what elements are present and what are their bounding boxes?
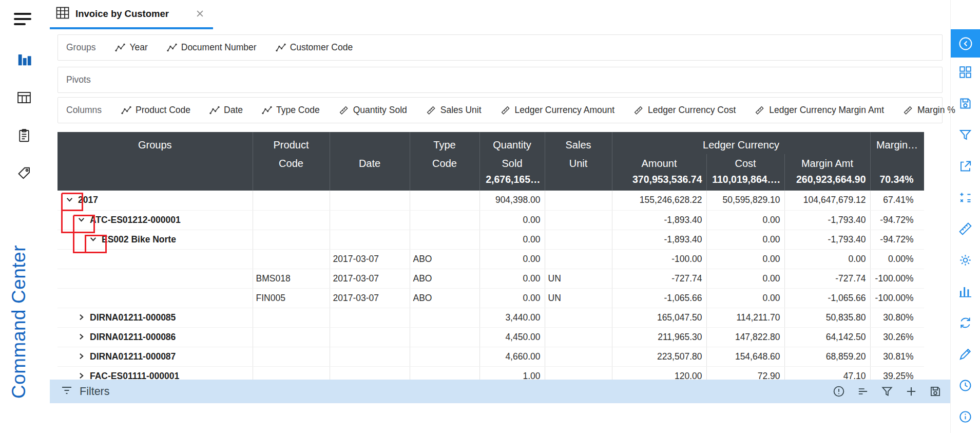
save-filters-button[interactable] [929, 385, 942, 398]
measure-button[interactable] [958, 221, 973, 236]
data-table-nav-button[interactable] [16, 90, 32, 105]
grid-row[interactable]: ATC-ES01212-0000010.00-1,893.400.00-1,79… [57, 210, 924, 230]
info-button[interactable] [958, 409, 973, 424]
total-amount: 370,953,536.74 [612, 173, 706, 191]
info-icon [958, 409, 973, 424]
tag-nav-button[interactable] [16, 166, 32, 181]
tab-invoice-by-customer[interactable]: Invoice by Customer [50, 0, 213, 29]
cell-amount: -1,893.40 [612, 230, 706, 249]
grid-row[interactable]: ES002 Bike Norte0.00-1,893.400.00-1,793.… [57, 230, 924, 249]
grid-row[interactable]: BMS0182017-03-07ABO0.00UN-727.740.00-727… [57, 269, 924, 288]
cell-date [330, 230, 410, 249]
cell-cost: 147,822.80 [706, 327, 784, 347]
field-chip[interactable]: Type Code [262, 105, 320, 116]
collapse-chevron-icon[interactable] [65, 195, 74, 204]
cell-amount: 165,047.50 [612, 308, 706, 327]
cell-product: BMS018 [253, 269, 330, 288]
col-header-cost[interactable]: Cost [706, 154, 784, 173]
group-label: DIRNA01211-000087 [90, 351, 176, 362]
field-chip[interactable]: Ledger Currency Amount [501, 105, 615, 116]
cell-cost: 0.00 [706, 288, 784, 308]
grid-row[interactable]: DIRNA01211-0000864,450.00211,965.30147,8… [57, 327, 924, 347]
filter-button[interactable] [880, 385, 894, 398]
col-header-groups[interactable]: Groups [57, 132, 253, 154]
col-header-quantity-line1[interactable]: Quantity [479, 132, 545, 154]
groups-bar[interactable]: Groups YearDocument NumberCustomer Code [57, 34, 943, 61]
list-button[interactable] [856, 385, 870, 398]
field-chip[interactable]: Margin % [903, 105, 955, 116]
report-nav-button[interactable] [16, 128, 32, 143]
history-button[interactable] [958, 378, 973, 393]
field-chip[interactable]: Date [209, 105, 243, 116]
col-header-type-line1[interactable]: Type [410, 132, 479, 154]
col-header-sales-line2[interactable]: Unit [545, 154, 612, 173]
field-chip[interactable]: Quantity Sold [339, 105, 407, 116]
field-chip-label: Ledger Currency Amount [515, 105, 615, 116]
dashboard-layout-button[interactable] [958, 65, 973, 80]
pivots-bar[interactable]: Pivots [57, 67, 943, 93]
field-chip[interactable]: Ledger Currency Margin Amt [755, 105, 884, 116]
filters-bar[interactable]: Filters [50, 380, 950, 403]
field-chip[interactable]: Document Number [167, 42, 257, 53]
close-tab-icon[interactable] [194, 8, 206, 20]
expand-chevron-icon[interactable] [77, 313, 86, 322]
field-chip[interactable]: Customer Code [276, 42, 353, 53]
cell-cost: 50,595,829.10 [706, 191, 784, 210]
expand-chevron-icon[interactable] [77, 352, 86, 361]
export-button[interactable] [958, 159, 973, 174]
add-button[interactable] [905, 385, 918, 398]
grid-row[interactable]: DIRNA01211-0000874,660.00223,507.80154,6… [57, 347, 924, 366]
cell-group [57, 269, 253, 288]
cell-margin: 50,835.80 [784, 308, 870, 327]
cell-type [410, 327, 479, 347]
cell-type [410, 366, 479, 380]
grid-row[interactable]: DIRNA01211-0000853,440.00165,047.50114,2… [57, 308, 924, 327]
col-header-quantity-line2[interactable]: Sold [479, 154, 545, 173]
field-chip[interactable]: Year [115, 42, 147, 53]
col-header-margin-amt[interactable]: Margin Amt [784, 154, 870, 173]
grid-row[interactable]: 2017904,398.00155,246,628.2250,595,829.1… [57, 191, 924, 210]
col-header-product-line2[interactable]: Code [253, 154, 330, 173]
cell-unit: UN [545, 269, 612, 288]
col-header-date[interactable]: Date [330, 154, 410, 173]
bar-chart-nav-button[interactable] [16, 52, 32, 67]
filter-panel-button[interactable] [958, 127, 973, 142]
collapse-chevron-icon[interactable] [89, 235, 98, 243]
chart-button[interactable] [958, 284, 973, 299]
measure-icon [633, 105, 644, 115]
edit-button[interactable] [958, 347, 973, 362]
grid-row[interactable]: FIN0052017-03-07ABO0.00UN-1,065.660.00-1… [57, 288, 924, 308]
cell-unit: UN [545, 288, 612, 308]
settings-button[interactable] [958, 253, 973, 268]
expand-chevron-icon[interactable] [77, 371, 86, 380]
data-table-icon [16, 90, 32, 105]
cell-amount: -100.00 [612, 249, 706, 269]
save-button[interactable] [958, 96, 973, 111]
col-header-margin-pct[interactable]: Margin… [870, 132, 924, 154]
grid-row[interactable]: FAC-ES01111-0000011.00120.0072.9047.1039… [57, 366, 924, 380]
col-header-amount[interactable]: Amount [612, 154, 706, 173]
col-header-product-line1[interactable]: Product [253, 132, 330, 154]
menu-button[interactable] [14, 12, 32, 28]
cell-product: FIN005 [253, 288, 330, 308]
collapse-chevron-icon[interactable] [77, 215, 86, 224]
field-chip[interactable]: Ledger Currency Cost [633, 105, 736, 116]
grid-row[interactable]: 2017-03-07ABO0.00-100.000.000.000.00% [57, 249, 924, 269]
columns-bar[interactable]: Columns Product CodeDateType CodeQuantit… [57, 97, 943, 123]
cell-date: 2017-03-07 [330, 288, 410, 308]
collapse-panel-button[interactable] [951, 29, 980, 58]
col-header-ledger-currency[interactable]: Ledger Currency [612, 132, 870, 154]
alert-button[interactable] [832, 385, 846, 398]
field-chip[interactable]: Sales Unit [426, 105, 482, 116]
col-header-type-line2[interactable]: Code [410, 154, 479, 173]
col-header-sales-line1[interactable]: Sales [545, 132, 612, 154]
cell-type: ABO [410, 269, 479, 288]
dashboard-layout-icon [958, 65, 973, 80]
field-chip-label: Product Code [136, 105, 190, 116]
field-chip[interactable]: Product Code [121, 105, 190, 116]
calculator-button[interactable] [958, 190, 973, 205]
bar-chart-icon [958, 284, 973, 299]
expand-chevron-icon[interactable] [77, 332, 86, 341]
right-sidebar [950, 0, 980, 433]
refresh-button[interactable] [958, 315, 973, 330]
